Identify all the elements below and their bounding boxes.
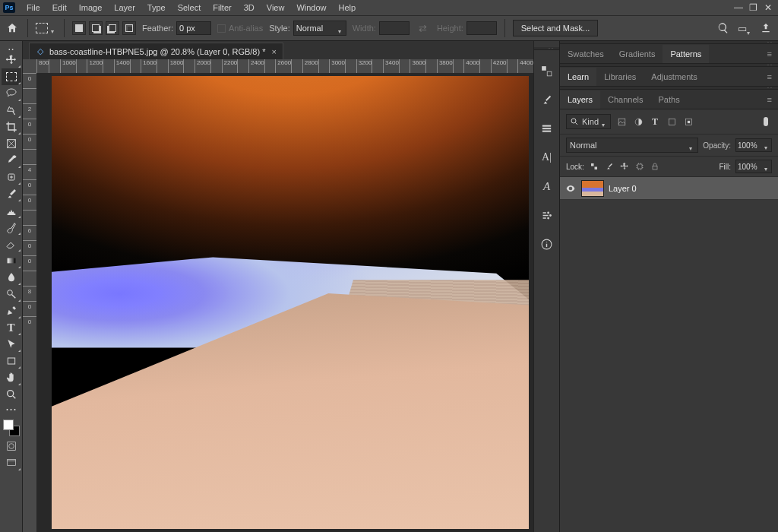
filter-adjustment-icon[interactable]	[632, 116, 644, 128]
canvas[interactable]	[52, 76, 529, 529]
edit-toolbar-button[interactable]: ⋯	[2, 403, 21, 415]
layer-thumbnail[interactable]	[581, 180, 604, 197]
quick-mask-button[interactable]	[2, 438, 21, 454]
info-panel-button[interactable]	[539, 236, 555, 252]
character-panel-button[interactable]: A|	[539, 149, 555, 166]
history-panel-button[interactable]	[539, 120, 555, 137]
document-tab[interactable]: ◇ bass-coastline-HTBPNE5.jpg @ 20.8% (La…	[29, 43, 283, 59]
color-panel-button[interactable]	[539, 62, 555, 79]
filter-toggle[interactable]	[760, 116, 772, 128]
ruler-vertical[interactable]: 0200400600800	[23, 73, 36, 532]
fill-input[interactable]: 100%	[735, 160, 772, 173]
lock-artboard-button[interactable]	[634, 161, 645, 172]
crop-tool[interactable]	[2, 119, 21, 135]
lock-image-button[interactable]	[604, 161, 615, 172]
lock-all-button[interactable]	[650, 161, 660, 172]
selection-add-button[interactable]	[89, 21, 103, 35]
menu-type[interactable]: Type	[142, 2, 171, 14]
menu-select[interactable]: Select	[172, 2, 207, 14]
tab-libraries[interactable]: Libraries	[596, 68, 644, 86]
blend-mode-select[interactable]: Normal	[566, 138, 698, 153]
gradient-tool[interactable]	[2, 252, 21, 269]
close-tab-button[interactable]: ×	[271, 47, 276, 56]
filter-type-icon[interactable]: T	[649, 116, 661, 128]
screen-mode-button[interactable]	[2, 454, 21, 471]
menu-window[interactable]: Window	[291, 2, 331, 14]
eyedropper-tool[interactable]	[2, 152, 21, 169]
tab-channels[interactable]: Channels	[600, 90, 650, 109]
menu-3d[interactable]: 3D	[239, 2, 260, 14]
tab-learn[interactable]: Learn	[560, 68, 596, 86]
ruler-origin[interactable]	[23, 59, 36, 73]
menu-layer[interactable]: Layer	[109, 2, 141, 14]
layer-name-label[interactable]: Layer 0	[609, 184, 637, 193]
hand-tool[interactable]	[2, 369, 21, 386]
move-tool[interactable]	[2, 52, 21, 68]
color-swatches[interactable]	[2, 418, 21, 438]
window-minimize-button[interactable]: —	[731, 1, 745, 14]
window-restore-button[interactable]: ❐	[746, 1, 760, 14]
path-selection-tool[interactable]	[2, 336, 21, 353]
select-and-mask-button[interactable]: Select and Mask...	[513, 20, 599, 36]
menu-image[interactable]: Image	[74, 2, 108, 14]
workspace-switcher-button[interactable]: ▭	[737, 21, 752, 36]
lock-position-button[interactable]	[619, 161, 630, 172]
frame-tool[interactable]	[2, 135, 21, 152]
panel-menu-button[interactable]: ≡	[761, 95, 778, 104]
feather-input[interactable]	[176, 21, 211, 35]
tab-patterns[interactable]: Patterns	[663, 45, 709, 63]
layer-filter-kind-select[interactable]: Kind	[566, 114, 611, 129]
paragraph-panel-button[interactable]: A	[539, 178, 555, 195]
clone-stamp-tool[interactable]	[2, 202, 21, 219]
filter-pixel-icon[interactable]	[615, 116, 628, 128]
style-select[interactable]: Normal	[293, 21, 346, 36]
properties-panel-button[interactable]	[539, 207, 555, 223]
share-button[interactable]	[758, 21, 773, 36]
tab-swatches[interactable]: Swatches	[560, 45, 612, 63]
menu-edit[interactable]: Edit	[47, 2, 72, 14]
search-button[interactable]	[716, 21, 731, 36]
selection-subtract-button[interactable]	[106, 21, 119, 35]
filter-shape-icon[interactable]	[666, 116, 678, 128]
eraser-tool[interactable]	[2, 236, 21, 252]
zoom-tool[interactable]	[2, 386, 21, 403]
brushes-panel-button[interactable]	[539, 91, 555, 108]
layer-row[interactable]: Layer 0	[560, 177, 778, 200]
rectangle-tool[interactable]	[2, 353, 21, 369]
home-button[interactable]	[5, 21, 20, 36]
blur-tool[interactable]	[2, 269, 21, 286]
tool-preset-picker[interactable]	[36, 23, 56, 33]
history-brush-tool[interactable]	[2, 219, 21, 236]
tab-paths[interactable]: Paths	[651, 90, 688, 109]
panel-menu-button[interactable]: ≡	[761, 49, 778, 59]
ruler-horizontal[interactable]: 8001000120014001600180020002200240026002…	[36, 59, 533, 73]
opacity-input[interactable]: 100%	[735, 138, 772, 152]
marquee-tool[interactable]	[2, 68, 21, 85]
window-close-button[interactable]: ✕	[761, 1, 775, 14]
lock-transparency-button[interactable]	[589, 161, 599, 172]
dodge-tool[interactable]	[2, 286, 21, 302]
menu-file[interactable]: File	[21, 2, 46, 14]
selection-intersect-button[interactable]	[122, 21, 136, 35]
svg-rect-2	[7, 214, 15, 215]
tab-adjustments[interactable]: Adjustments	[644, 68, 705, 86]
menu-filter[interactable]: Filter	[207, 2, 236, 14]
tab-layers[interactable]: Layers	[560, 90, 600, 109]
menu-help[interactable]: Help	[334, 2, 362, 14]
foreground-color-swatch[interactable]	[3, 420, 14, 430]
grip-icon: ··	[2, 44, 21, 52]
panel-menu-button[interactable]: ≡	[761, 72, 778, 81]
layer-visibility-toggle[interactable]	[560, 183, 581, 194]
canvas-viewport[interactable]: 8001000120014001600180020002200240026002…	[23, 59, 533, 532]
healing-brush-tool[interactable]	[2, 169, 21, 185]
pen-tool[interactable]	[2, 302, 21, 319]
tab-gradients[interactable]: Gradients	[612, 45, 663, 63]
brush-tool[interactable]	[2, 185, 21, 202]
filter-smartobject-icon[interactable]	[682, 116, 694, 128]
menu-view[interactable]: View	[261, 2, 290, 14]
quick-selection-tool[interactable]	[2, 102, 21, 119]
lasso-tool[interactable]	[2, 85, 21, 102]
swap-dimensions-button: ⇄	[416, 21, 431, 36]
type-tool[interactable]: T	[2, 319, 21, 336]
selection-new-button[interactable]	[72, 21, 86, 35]
